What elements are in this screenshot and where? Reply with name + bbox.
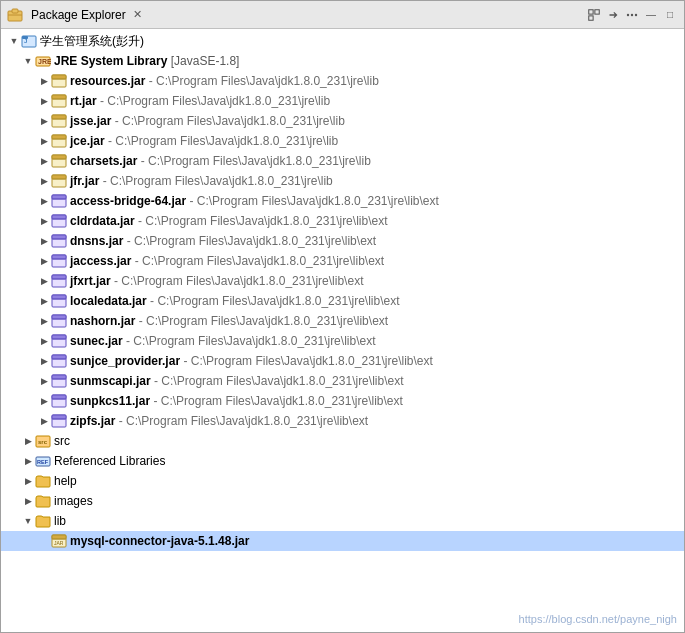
svg-rect-30 (52, 175, 66, 179)
jar-expand-localedata[interactable] (37, 293, 51, 309)
svg-rect-33 (52, 195, 66, 199)
jar-expand-jfr[interactable] (37, 173, 51, 189)
jar-item-resources[interactable]: resources.jar - C:\Program Files\Java\jd… (1, 71, 684, 91)
jar-item-sunpkcs11[interactable]: sunpkcs11.jar - C:\Program Files\Java\jd… (1, 391, 684, 411)
zipfs-label: zipfs.jar - C:\Program Files\Java\jdk1.8… (70, 414, 368, 428)
svg-rect-54 (52, 335, 66, 339)
images-label: images (54, 494, 93, 508)
jar-expand-charsets[interactable] (37, 153, 51, 169)
project-icon: J (21, 33, 37, 49)
sunmscapi-label: sunmscapi.jar - C:\Program Files\Java\jd… (70, 374, 403, 388)
mysql-jar-label: mysql-connector-java-5.1.48.jar (70, 534, 249, 548)
jar-item-localedata[interactable]: localedata.jar - C:\Program Files\Java\j… (1, 291, 684, 311)
mysql-jar-icon: JAR (51, 533, 67, 549)
jsse-label: jsse.jar - C:\Program Files\Java\jdk1.8.… (70, 114, 345, 128)
panel-title: Package Explorer (31, 8, 126, 22)
jar-item-zipfs[interactable]: zipfs.jar - C:\Program Files\Java\jdk1.8… (1, 411, 684, 431)
jar-item-charsets[interactable]: charsets.jar - C:\Program Files\Java\jdk… (1, 151, 684, 171)
svg-rect-57 (52, 355, 66, 359)
svg-rect-48 (52, 295, 66, 299)
jar-expand-sunjce_provider[interactable] (37, 353, 51, 369)
lib-arrow[interactable] (21, 513, 35, 529)
dnsns-jar-icon (51, 233, 67, 249)
jaccess-jar-icon (51, 253, 67, 269)
ref-arrow[interactable] (21, 453, 35, 469)
src-arrow[interactable] (21, 433, 35, 449)
svg-rect-24 (52, 135, 66, 139)
jre-arrow[interactable] (21, 53, 35, 69)
jar-item-sunjce_provider[interactable]: sunjce_provider.jar - C:\Program Files\J… (1, 351, 684, 371)
images-arrow[interactable] (21, 493, 35, 509)
view-menu-button[interactable] (624, 7, 640, 23)
panel-controls: — □ (586, 7, 678, 23)
jar-item-jfxrt[interactable]: jfxrt.jar - C:\Program Files\Java\jdk1.8… (1, 271, 684, 291)
zipfs-jar-icon (51, 413, 67, 429)
svg-text:REF: REF (37, 459, 49, 465)
jar-expand-sunec[interactable] (37, 333, 51, 349)
svg-point-8 (635, 13, 637, 15)
jar-expand-sunpkcs11[interactable] (37, 393, 51, 409)
jar-item-jfr[interactable]: jfr.jar - C:\Program Files\Java\jdk1.8.0… (1, 171, 684, 191)
svg-text:src: src (38, 439, 48, 445)
jar-expand-dnsns[interactable] (37, 233, 51, 249)
jar-expand-jce[interactable] (37, 133, 51, 149)
maximize-button[interactable]: □ (662, 7, 678, 23)
svg-rect-51 (52, 315, 66, 319)
tree-container[interactable]: J 学生管理系统(彭升) JRE JRE System Library [Jav… (1, 29, 684, 632)
jar-expand-access-bridge[interactable] (37, 193, 51, 209)
svg-rect-63 (52, 395, 66, 399)
jar-item-access-bridge[interactable]: access-bridge-64.jar - C:\Program Files\… (1, 191, 684, 211)
jre-system-library[interactable]: JRE JRE System Library [JavaSE-1.8] (1, 51, 684, 71)
jar-item-jce[interactable]: jce.jar - C:\Program Files\Java\jdk1.8.0… (1, 131, 684, 151)
jce-jar-icon (51, 133, 67, 149)
jar-item-cldrdata[interactable]: cldrdata.jar - C:\Program Files\Java\jdk… (1, 211, 684, 231)
src-item[interactable]: src src (1, 431, 684, 451)
referenced-libraries-item[interactable]: REF Referenced Libraries (1, 451, 684, 471)
lib-item[interactable]: lib (1, 511, 684, 531)
minimize-button[interactable]: — (643, 7, 659, 23)
link-editor-button[interactable] (605, 7, 621, 23)
jar-expand-jfxrt[interactable] (37, 273, 51, 289)
root-arrow[interactable] (7, 33, 21, 49)
svg-rect-73 (52, 535, 66, 539)
jar-item-sunec[interactable]: sunec.jar - C:\Program Files\Java\jdk1.8… (1, 331, 684, 351)
jar-item-dnsns[interactable]: dnsns.jar - C:\Program Files\Java\jdk1.8… (1, 231, 684, 251)
panel-icon (7, 7, 23, 23)
images-folder-icon (35, 493, 51, 509)
jar-item-sunmscapi[interactable]: sunmscapi.jar - C:\Program Files\Java\jd… (1, 371, 684, 391)
jar-item-nashorn[interactable]: nashorn.jar - C:\Program Files\Java\jdk1… (1, 311, 684, 331)
jar-expand-rt[interactable] (37, 93, 51, 109)
package-explorer-panel: Package Explorer ✕ — □ (0, 0, 685, 633)
tree-root[interactable]: J 学生管理系统(彭升) (1, 31, 684, 51)
mysql-connector-item[interactable]: JAR mysql-connector-java-5.1.48.jar (1, 531, 684, 551)
jar-item-jaccess[interactable]: jaccess.jar - C:\Program Files\Java\jdk1… (1, 251, 684, 271)
collapse-all-button[interactable] (586, 7, 602, 23)
svg-point-7 (631, 13, 633, 15)
ref-lib-label: Referenced Libraries (54, 454, 165, 468)
jar-expand-nashorn[interactable] (37, 313, 51, 329)
jar-expand-sunmscapi[interactable] (37, 373, 51, 389)
images-item[interactable]: images (1, 491, 684, 511)
jar-expand-zipfs[interactable] (37, 413, 51, 429)
jar-expand-jaccess[interactable] (37, 253, 51, 269)
jar-expand-jsse[interactable] (37, 113, 51, 129)
help-item[interactable]: help (1, 471, 684, 491)
help-arrow[interactable] (21, 473, 35, 489)
svg-rect-27 (52, 155, 66, 159)
sunmscapi-jar-icon (51, 373, 67, 389)
jre-icon: JRE (35, 53, 51, 69)
jar-item-rt[interactable]: rt.jar - C:\Program Files\Java\jdk1.8.0_… (1, 91, 684, 111)
jar-item-jsse[interactable]: jsse.jar - C:\Program Files\Java\jdk1.8.… (1, 111, 684, 131)
svg-rect-3 (589, 9, 593, 13)
sunpkcs11-label: sunpkcs11.jar - C:\Program Files\Java\jd… (70, 394, 403, 408)
charsets-jar-icon (51, 153, 67, 169)
jar-expand-resources[interactable] (37, 73, 51, 89)
svg-rect-39 (52, 235, 66, 239)
src-icon: src (35, 433, 51, 449)
jar-expand-cldrdata[interactable] (37, 213, 51, 229)
localedata-label: localedata.jar - C:\Program Files\Java\j… (70, 294, 400, 308)
close-icon[interactable]: ✕ (133, 8, 142, 21)
localedata-jar-icon (51, 293, 67, 309)
svg-rect-36 (52, 215, 66, 219)
nashorn-label: nashorn.jar - C:\Program Files\Java\jdk1… (70, 314, 388, 328)
